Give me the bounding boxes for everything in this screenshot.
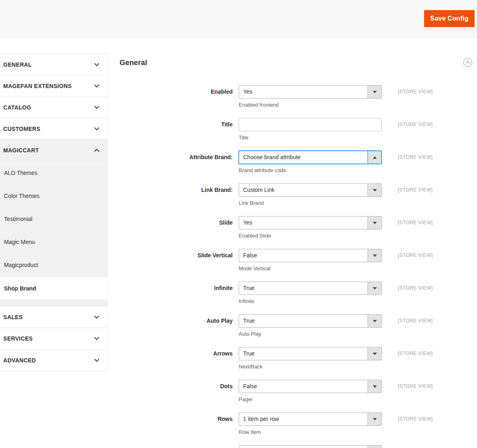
partial-next-field[interactable] <box>239 445 382 448</box>
dropdown-arrow-icon <box>368 446 381 448</box>
field-row-auto-play: Auto Play True Auto Play [STORE VIEW] <box>120 314 477 338</box>
subgroup-tail <box>0 300 107 307</box>
sidebar-subitem-shop-brand[interactable]: Shop Brand <box>0 276 107 300</box>
sidebar-item-customers[interactable]: CUSTOMERS <box>0 118 107 140</box>
sidebar-subitem-label: Testimonial <box>4 216 32 222</box>
select-value: False <box>239 249 368 262</box>
sidebar-item-general[interactable]: GENERAL <box>0 54 107 76</box>
sidebar-subitem-alo-themes[interactable]: ALO Themes <box>0 161 107 184</box>
select-value: True <box>239 315 368 327</box>
field-note: Auto Play <box>239 330 382 338</box>
field-label: Rows <box>120 412 233 436</box>
dropdown-arrow-icon <box>368 315 381 327</box>
field-row-slide-vertical: Slide Vertical False Mode Vertical [STOR… <box>120 249 477 272</box>
page-header: Save Config <box>0 0 477 37</box>
sidebar-item-magiccart[interactable]: MAGICCART <box>0 140 107 161</box>
slide-vertical-select[interactable]: False <box>239 249 382 262</box>
sidebar-subitem-label: Magic Menu <box>4 239 35 245</box>
sidebar-subitem-label: ALO Themes <box>4 170 37 176</box>
dropdown-arrow-icon <box>368 347 381 360</box>
enabled-select[interactable]: Yes <box>239 85 382 99</box>
sidebar-subitem-magic-menu[interactable]: Magic Menu <box>0 230 107 253</box>
sidebar-item-label: ADVANCED <box>3 357 36 364</box>
field-label: Arrows <box>120 347 233 370</box>
scope-label: [STORE VIEW] <box>388 151 477 174</box>
sidebar-item-label: CUSTOMERS <box>3 126 40 132</box>
select-value: Yes <box>239 217 368 229</box>
chevron-up-icon <box>466 61 470 65</box>
scope-label: [STORE VIEW] <box>388 249 477 272</box>
field-label: Enabled <box>120 85 233 109</box>
field-note: Enabled frontend <box>239 101 382 109</box>
collapse-section-icon[interactable] <box>463 58 472 67</box>
dropdown-arrow-icon <box>368 282 381 294</box>
dropdown-arrow-icon <box>368 151 381 164</box>
field-label: Link Brand: <box>120 183 233 207</box>
magiccart-subgroup: ALO Themes Color Themes Testimonial Magi… <box>0 161 107 307</box>
sidebar-item-catalog[interactable]: CATALOG <box>0 97 107 118</box>
sidebar-item-label: MAGEFAN EXTENSIONS <box>3 83 72 89</box>
chevron-down-icon <box>94 313 99 319</box>
field-label: Attribute Brand: <box>120 151 233 174</box>
select-value <box>239 446 368 448</box>
field-row-dots: Dots False Pager [STORE VIEW] <box>120 380 477 403</box>
field-label: Slide Vertical <box>120 249 233 272</box>
field-row-arrows: Arrows True Next/Back [STORE VIEW] <box>120 347 477 370</box>
field-note: Infinite <box>239 298 382 305</box>
sidebar-subitem-label: Color Themes <box>4 193 40 199</box>
sidebar-item-label: SERVICES <box>3 335 33 342</box>
auto-play-select[interactable]: True <box>239 314 382 328</box>
arrows-select[interactable]: True <box>239 347 382 360</box>
scope-label: [STORE VIEW] <box>388 282 477 305</box>
select-value: Choose brand attribute <box>239 151 368 164</box>
sidebar-subitem-testimonial[interactable]: Testimonial <box>0 207 107 230</box>
sidebar-item-magefan-extensions[interactable]: MAGEFAN EXTENSIONS <box>0 76 107 97</box>
chevron-down-icon <box>94 357 99 362</box>
title-input[interactable] <box>239 118 382 131</box>
sidebar-item-label: MAGICCART <box>3 147 39 154</box>
chevron-down-icon <box>94 125 99 130</box>
rows-select[interactable]: 1 item per row <box>239 412 382 426</box>
scope-label: [STORE VIEW] <box>388 412 477 436</box>
sidebar-item-sales[interactable]: SALES <box>0 307 107 328</box>
field-note: Link Brand <box>239 200 382 207</box>
field-row-attribute-brand: Attribute Brand: Choose brand attribute … <box>120 151 477 174</box>
dropdown-arrow-icon <box>368 249 381 262</box>
slide-select[interactable]: Yes <box>239 216 382 229</box>
select-value: False <box>239 380 368 393</box>
field-row-rows: Rows 1 item per row Row Item [STORE VIEW… <box>120 412 477 436</box>
chevron-down-icon <box>94 61 99 66</box>
field-note: Title <box>239 134 382 141</box>
dropdown-arrow-icon <box>368 184 381 196</box>
field-note: Brand attribute code <box>239 167 382 174</box>
attribute-brand-select[interactable]: Choose brand attribute <box>239 151 382 164</box>
link-brand-select[interactable]: Custom Link <box>239 183 382 197</box>
infinite-select[interactable]: True <box>239 282 382 295</box>
chevron-up-icon <box>94 149 99 154</box>
scope-label: [STORE VIEW] <box>388 380 477 403</box>
select-value: True <box>239 282 368 294</box>
sidebar-item-advanced[interactable]: ADVANCED <box>0 349 107 371</box>
scope-label: [STORE VIEW] <box>388 314 477 338</box>
config-page: GENERAL MAGEFAN EXTENSIONS CATALOG CUSTO… <box>0 37 477 448</box>
field-row-enabled: Enabled Yes Enabled frontend [STORE VIEW… <box>120 85 477 109</box>
sidebar-item-services[interactable]: SERVICES <box>0 328 107 349</box>
sidebar-subitem-color-themes[interactable]: Color Themes <box>0 184 107 207</box>
field-label: Infinite <box>120 282 233 305</box>
scope-label: [STORE VIEW] <box>388 85 477 109</box>
field-label: Auto Play <box>120 314 233 338</box>
field-row-slide: Slide Yes Enabled Slide [STORE VIEW] <box>120 216 477 240</box>
sidebar-subitem-magicproduct[interactable]: Magicproduct <box>0 253 107 276</box>
dropdown-arrow-icon <box>368 413 381 425</box>
settings-form: Enabled Yes Enabled frontend [STORE VIEW… <box>120 85 477 448</box>
chevron-down-icon <box>94 82 99 88</box>
field-label: Dots <box>120 380 233 403</box>
save-config-button[interactable]: Save Config <box>424 10 475 27</box>
settings-panel: General Enabled Yes Enabled frontend [ST… <box>108 37 477 448</box>
select-value: Yes <box>239 86 368 98</box>
field-label: Slide <box>120 216 233 240</box>
field-note: Pager <box>239 396 382 403</box>
scope-label: [STORE VIEW] <box>388 216 477 240</box>
dropdown-arrow-icon <box>368 217 381 229</box>
dots-select[interactable]: False <box>239 380 382 393</box>
